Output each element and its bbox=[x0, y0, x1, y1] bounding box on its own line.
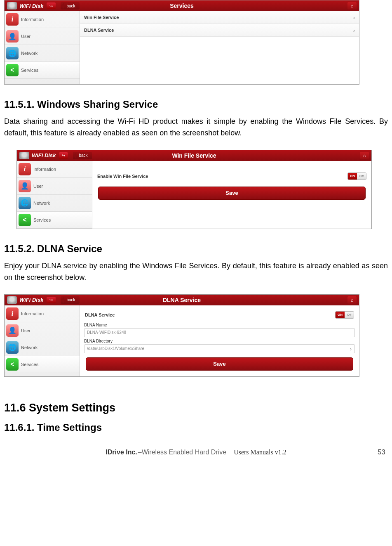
sidebar-item-label: Network bbox=[21, 345, 38, 350]
dlna-name-input[interactable] bbox=[84, 328, 355, 337]
page-number: 53 bbox=[378, 448, 385, 456]
user-icon: 👤 bbox=[19, 180, 31, 192]
sidebar: iInformation 👤User 🌐Network <Services bbox=[17, 161, 92, 229]
toggle-off: Off bbox=[345, 312, 354, 318]
footer-company: IDrive Inc. bbox=[106, 449, 137, 456]
titlebar: WiFi Disk ↪ back Services ⌂ bbox=[5, 0, 359, 11]
user-icon: 👤 bbox=[6, 30, 19, 43]
paragraph-11-5-1: Data sharing and accessing the Wi-Fi HD … bbox=[4, 116, 388, 139]
heading-11-5-2: 11.5.2. DLNA Service bbox=[4, 243, 388, 255]
dlna-dir-label: DLNA Directory bbox=[84, 339, 355, 343]
sidebar-item-label: Information bbox=[21, 17, 44, 22]
sidebar-item-information[interactable]: iInformation bbox=[5, 11, 80, 28]
logout-icon[interactable]: ↪ bbox=[59, 152, 68, 159]
back-label: back bbox=[79, 153, 87, 158]
sidebar-item-services[interactable]: <Services bbox=[5, 62, 80, 79]
sidebar-item-label: Information bbox=[33, 167, 56, 172]
enable-label: Enable Win File Service bbox=[97, 174, 148, 179]
footer-doc: Users Manuals v1.2 bbox=[234, 449, 286, 456]
chevron-right-icon: › bbox=[350, 346, 352, 352]
toggle-off: Off bbox=[357, 173, 366, 180]
screenshot-winfile: WiFi Disk ↪ back Win File Service ⌂ iInf… bbox=[16, 150, 372, 229]
sidebar-item-label: User bbox=[21, 34, 31, 39]
globe-icon: 🌐 bbox=[6, 47, 19, 59]
dlna-dir-row[interactable]: › bbox=[84, 344, 355, 353]
sidebar-item-services[interactable]: <Services bbox=[5, 356, 80, 373]
row-dlna-service: DLNA Service ON Off bbox=[84, 309, 355, 321]
footer-product: –Wireless Enabled Hard Drive bbox=[138, 449, 226, 456]
dlna-service-label: DLNA Service bbox=[85, 312, 115, 317]
home-button[interactable]: ⌂ bbox=[347, 2, 357, 9]
sidebar: iInformation 👤User 🌐Network <Services bbox=[5, 11, 80, 84]
sidebar-item-services[interactable]: <Services bbox=[17, 212, 92, 229]
heading-11-6: 11.6 System Settings bbox=[4, 402, 388, 414]
info-icon: i bbox=[6, 307, 19, 320]
list-item-dlna[interactable]: DLNA Service› bbox=[80, 24, 359, 37]
brand-label: WiFi Disk bbox=[19, 3, 43, 9]
toggle-winfile[interactable]: ON Off bbox=[347, 173, 366, 180]
toggle-on: ON bbox=[336, 312, 345, 318]
page-title: DLNA Service bbox=[5, 297, 359, 303]
logout-icon[interactable]: ↪ bbox=[47, 297, 56, 303]
dlna-name-label: DLNA Name bbox=[84, 323, 355, 327]
save-button[interactable]: Save bbox=[86, 357, 353, 371]
drive-icon bbox=[7, 296, 17, 304]
back-button[interactable]: back bbox=[61, 296, 79, 304]
share-icon: < bbox=[6, 64, 19, 76]
info-icon: i bbox=[19, 163, 31, 175]
share-icon: < bbox=[19, 214, 31, 226]
list-item-label: DLNA Service bbox=[84, 28, 114, 33]
chevron-right-icon: › bbox=[353, 14, 355, 21]
share-icon: < bbox=[6, 358, 19, 371]
brand-label: WiFi Disk bbox=[19, 297, 43, 303]
save-label: Save bbox=[225, 190, 238, 196]
sidebar-item-label: Network bbox=[21, 51, 38, 56]
drive-icon bbox=[7, 2, 17, 9]
screenshot-services: WiFi Disk ↪ back Services ⌂ iInformation… bbox=[4, 0, 359, 85]
sidebar-item-label: Information bbox=[21, 311, 44, 316]
sidebar-item-network[interactable]: 🌐Network bbox=[17, 195, 92, 212]
sidebar-item-user[interactable]: 👤User bbox=[17, 178, 92, 195]
sidebar-item-information[interactable]: iInformation bbox=[17, 161, 92, 178]
back-label: back bbox=[66, 298, 75, 302]
dlna-dir-input[interactable] bbox=[84, 344, 355, 353]
sidebar-item-label: Services bbox=[21, 68, 38, 73]
user-icon: 👤 bbox=[6, 324, 19, 337]
main-panel: DLNA Service ON Off DLNA Name DLNA Direc… bbox=[80, 305, 359, 376]
home-button[interactable]: ⌂ bbox=[347, 296, 357, 304]
titlebar: WiFi Disk ↪ back Win File Service ⌂ bbox=[17, 150, 371, 161]
sidebar-item-label: Network bbox=[33, 201, 50, 206]
sidebar-item-user[interactable]: 👤User bbox=[5, 322, 80, 339]
page-title: Services bbox=[5, 2, 359, 9]
back-button[interactable]: back bbox=[73, 152, 92, 159]
list-item-label: Win File Service bbox=[84, 15, 119, 20]
brand-label: WiFi Disk bbox=[32, 152, 56, 158]
toggle-on: ON bbox=[348, 173, 357, 180]
info-icon: i bbox=[6, 13, 19, 26]
row-enable-winfile: Enable Win File Service ON Off bbox=[96, 170, 367, 182]
sidebar-item-information[interactable]: iInformation bbox=[5, 305, 80, 322]
chevron-right-icon: › bbox=[353, 27, 355, 33]
titlebar: WiFi Disk ↪ back DLNA Service ⌂ bbox=[5, 295, 359, 305]
main-panel: Win File Service› DLNA Service› bbox=[80, 11, 359, 84]
home-button[interactable]: ⌂ bbox=[360, 152, 369, 159]
logout-icon[interactable]: ↪ bbox=[47, 2, 56, 9]
sidebar: iInformation 👤User 🌐Network <Services bbox=[5, 305, 80, 376]
sidebar-item-network[interactable]: 🌐Network bbox=[5, 339, 80, 356]
back-button[interactable]: back bbox=[61, 2, 79, 9]
globe-icon: 🌐 bbox=[19, 197, 31, 209]
main-panel: Enable Win File Service ON Off Save bbox=[92, 161, 371, 229]
sidebar-item-label: Services bbox=[21, 362, 38, 367]
globe-icon: 🌐 bbox=[6, 341, 19, 354]
back-label: back bbox=[66, 4, 75, 8]
sidebar-item-network[interactable]: 🌐Network bbox=[5, 45, 80, 62]
page-title: Win File Service bbox=[17, 152, 371, 159]
drive-icon bbox=[19, 152, 29, 159]
page-footer: IDrive Inc. –Wireless Enabled Hard Drive… bbox=[4, 446, 388, 456]
save-button[interactable]: Save bbox=[98, 187, 366, 200]
toggle-dlna[interactable]: ON Off bbox=[335, 311, 354, 319]
sidebar-item-user[interactable]: 👤User bbox=[5, 28, 80, 45]
list-item-winfile[interactable]: Win File Service› bbox=[80, 11, 359, 24]
paragraph-11-5-2: Enjoy your DLNA service by enabling the … bbox=[4, 260, 388, 284]
sidebar-item-label: User bbox=[33, 184, 43, 189]
